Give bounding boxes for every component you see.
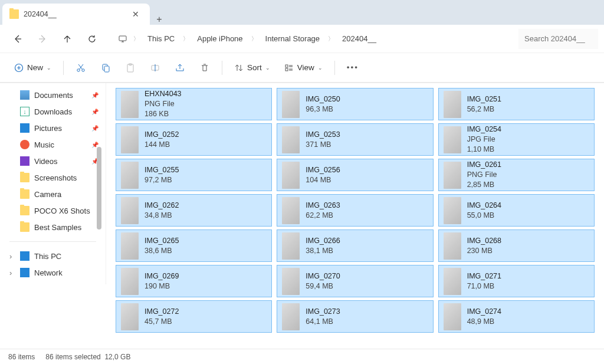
folder-icon <box>20 173 29 182</box>
chevron-right-icon: 〉 <box>324 35 337 43</box>
file-detail: 38,1 MB <box>306 246 340 256</box>
file-thumbnail <box>282 232 300 260</box>
file-item[interactable]: IMG_026538,6 MB <box>116 229 272 262</box>
file-item[interactable]: IMG_0253371 MB <box>277 123 433 156</box>
file-name: IMG_0250 <box>306 94 340 104</box>
file-item[interactable]: IMG_0268230 MB <box>438 229 595 262</box>
file-info: IMG_027448,9 MB <box>467 307 501 327</box>
file-info: IMG_025597,2 MB <box>145 165 179 185</box>
sidebar-item-screenshots[interactable]: Screenshots <box>2 169 103 186</box>
file-name: IMG_0262 <box>145 201 179 211</box>
file-detail: 56,2 MB <box>467 104 501 114</box>
file-item[interactable]: IMG_0252144 MB <box>116 123 272 156</box>
sidebar-item-documents[interactable]: Documents📌 <box>2 87 103 103</box>
paste-button[interactable] <box>119 58 142 78</box>
breadcrumb-item[interactable]: Internal Storage <box>263 31 323 47</box>
file-detail: 190 MB <box>145 281 179 291</box>
file-info: EHXN4043PNG File186 KB <box>145 89 182 119</box>
file-item[interactable]: IMG_0256104 MB <box>277 159 433 191</box>
file-item[interactable]: EHXN4043PNG File186 KB <box>116 88 272 120</box>
file-item[interactable]: IMG_026234,8 MB <box>116 194 272 227</box>
back-button[interactable] <box>6 28 29 50</box>
rename-button[interactable] <box>144 58 166 78</box>
file-item[interactable]: IMG_027245,7 MB <box>116 300 272 333</box>
file-info: IMG_026234,8 MB <box>145 201 179 221</box>
sidebar-item-music[interactable]: Music📌 <box>2 136 103 153</box>
breadcrumb-item[interactable]: 202404__ <box>340 31 379 47</box>
view-button[interactable]: View ⌄ <box>278 58 329 78</box>
search-input[interactable] <box>518 29 598 49</box>
browser-tab[interactable]: 202404__ ✕ <box>2 4 150 25</box>
file-info: IMG_0256104 MB <box>306 165 340 185</box>
refresh-button[interactable] <box>80 28 104 50</box>
file-item[interactable]: IMG_025156,2 MB <box>438 88 595 120</box>
folder-icon <box>20 222 29 232</box>
file-thumbnail <box>121 91 139 118</box>
breadcrumb-item[interactable]: This PC <box>145 31 177 47</box>
sidebar-item-camera[interactable]: Camera <box>2 186 103 202</box>
file-item[interactable]: IMG_026638,1 MB <box>277 229 433 262</box>
sidebar-item-this-pc[interactable]: This PC <box>2 248 103 264</box>
file-item[interactable]: IMG_025096,3 MB <box>277 88 433 120</box>
sidebar-label: Camera <box>34 190 61 199</box>
status-bar: 86 items 86 items selected 12,0 GB <box>0 349 604 364</box>
file-detail: 230 MB <box>467 246 501 256</box>
file-size: 1,10 MB <box>467 145 501 155</box>
file-size: 2,85 MB <box>467 180 501 190</box>
chevron-right-icon: 〉 <box>248 35 261 43</box>
file-thumbnail <box>282 91 300 118</box>
scrollbar-thumb[interactable] <box>97 147 101 229</box>
folder-icon <box>9 9 19 19</box>
close-icon[interactable]: ✕ <box>129 8 143 20</box>
file-name: IMG_0268 <box>467 236 501 246</box>
copy-icon <box>100 63 111 73</box>
file-thumbnail <box>282 303 300 330</box>
file-thumbnail <box>282 126 300 153</box>
sidebar-item-best-samples[interactable]: Best Samples <box>2 219 103 235</box>
sidebar-item-poco-x6-shots[interactable]: POCO X6 Shots <box>2 202 103 219</box>
more-button[interactable]: ••• <box>341 58 365 78</box>
file-item[interactable]: IMG_027448,9 MB <box>438 300 595 333</box>
sidebar-item-videos[interactable]: Videos📌 <box>2 153 103 169</box>
sidebar-label: Downloads <box>34 107 72 116</box>
svg-rect-0 <box>119 36 126 41</box>
sidebar-label: This PC <box>34 252 61 261</box>
file-item[interactable]: IMG_0261PNG File2,85 MB <box>438 159 595 191</box>
file-info: IMG_027059,4 MB <box>306 271 340 291</box>
item-count: 86 items <box>8 353 35 361</box>
file-info: IMG_0261PNG File2,85 MB <box>467 160 501 190</box>
breadcrumb-item[interactable]: Apple iPhone <box>195 31 245 47</box>
file-item[interactable]: IMG_026362,2 MB <box>277 194 433 227</box>
file-name: EHXN4043 <box>145 89 182 99</box>
file-item[interactable]: IMG_025597,2 MB <box>116 159 272 191</box>
file-item[interactable]: IMG_026455,0 MB <box>438 194 595 227</box>
file-info: IMG_0253371 MB <box>306 130 340 150</box>
selected-count: 86 items selected 12,0 GB <box>45 353 130 361</box>
share-button[interactable] <box>169 58 191 78</box>
file-grid: EHXN4043PNG File186 KBIMG_025096,3 MBIMG… <box>106 83 604 349</box>
trash-icon <box>199 63 210 73</box>
delete-button[interactable] <box>193 58 216 78</box>
file-info: IMG_026538,6 MB <box>145 236 179 256</box>
copy-button[interactable] <box>94 58 117 78</box>
file-item[interactable]: IMG_027171,0 MB <box>438 265 595 297</box>
up-button[interactable] <box>55 28 79 50</box>
file-item[interactable]: IMG_0269190 MB <box>116 265 272 297</box>
sidebar-item-network[interactable]: Network <box>2 264 103 281</box>
new-tab-button[interactable]: + <box>150 14 169 25</box>
sidebar-item-pictures[interactable]: Pictures📌 <box>2 120 103 136</box>
file-item[interactable]: IMG_027364,1 MB <box>277 300 433 333</box>
sidebar-item-downloads[interactable]: ↓Downloads📌 <box>2 103 103 120</box>
forward-button[interactable] <box>31 28 54 50</box>
new-button[interactable]: New ⌄ <box>8 58 57 78</box>
file-item[interactable]: IMG_0254JPG File1,10 MB <box>438 123 595 156</box>
file-detail: 38,6 MB <box>145 246 179 256</box>
file-detail: 62,2 MB <box>306 211 340 221</box>
sidebar-label: Pictures <box>34 124 62 133</box>
sort-label: Sort <box>247 63 262 72</box>
file-item[interactable]: IMG_027059,4 MB <box>277 265 433 297</box>
address-bar[interactable]: 〉 This PC 〉 Apple iPhone 〉 Internal Stor… <box>113 28 517 50</box>
file-info: IMG_026455,0 MB <box>467 201 501 221</box>
sort-button[interactable]: Sort ⌄ <box>228 58 276 78</box>
cut-button[interactable] <box>70 58 92 78</box>
